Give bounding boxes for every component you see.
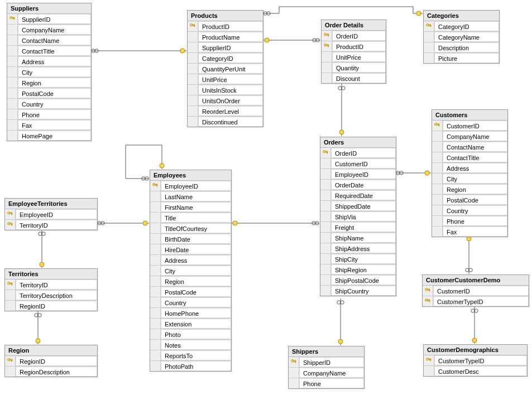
field-row[interactable]: OrderID [320,148,396,158]
field-row[interactable]: PostalCode [7,88,91,99]
entity-employeeTerritories[interactable]: EmployeeTerritoriesEmployeeIDTerritoryID [4,198,98,230]
entity-region[interactable]: RegionRegionIDRegionDescription [4,345,98,377]
field-row[interactable]: Description [424,42,499,53]
field-row[interactable]: Country [432,205,507,216]
field-row[interactable]: ShipVia [320,211,396,222]
field-row[interactable]: Phone [7,109,91,120]
field-row[interactable]: RequiredDate [320,190,396,201]
field-row[interactable]: Extension [150,319,231,329]
field-row[interactable]: Freight [320,222,396,233]
field-row[interactable]: ShipRegion [320,264,396,275]
field-row[interactable]: Picture [424,53,499,63]
field-row[interactable]: RegionDescription [5,367,97,377]
field-row[interactable]: SupplierID [7,14,91,25]
field-row[interactable]: City [432,174,507,184]
entity-orderDetails[interactable]: Order DetailsOrderIDProductIDUnitPriceQu… [321,20,386,84]
field-row[interactable]: OrderID [322,31,386,41]
field-row[interactable]: CustomerDesc [424,366,527,376]
field-row[interactable]: CustomerID [423,286,529,296]
field-row[interactable]: Photo [150,329,231,340]
entity-customers[interactable]: CustomersCustomerIDCompanyNameContactNam… [432,109,508,237]
field-row[interactable]: ShippedDate [320,201,396,211]
entity-title[interactable]: Territories [5,269,97,280]
field-row[interactable]: CompanyName [7,25,91,35]
field-row[interactable]: Address [150,255,231,266]
field-row[interactable]: ShipperID [289,357,364,368]
field-row[interactable]: EmployeeID [150,181,231,191]
entity-title[interactable]: Products [188,11,263,21]
field-row[interactable]: LastName [150,191,231,202]
field-row[interactable]: RegionID [5,356,97,367]
field-row[interactable]: ContactTitle [432,152,507,163]
field-row[interactable]: ShipPostalCode [320,275,396,286]
field-row[interactable]: City [7,67,91,78]
field-row[interactable]: ReorderLevel [188,106,263,117]
field-row[interactable]: Title [150,213,231,223]
entity-title[interactable]: Customers [432,110,507,121]
field-row[interactable]: UnitPrice [188,74,263,85]
field-row[interactable]: ContactName [7,35,91,46]
field-row[interactable]: UnitsInStock [188,85,263,95]
entity-title[interactable]: Suppliers [7,3,91,14]
entity-employees[interactable]: EmployeesEmployeeIDLastNameFirstNameTitl… [150,170,232,372]
field-row[interactable]: HomePage [7,131,91,141]
entity-title[interactable]: Orders [320,137,396,148]
field-row[interactable]: Discontinued [188,117,263,127]
field-row[interactable]: CustomerID [320,158,396,169]
entity-suppliers[interactable]: SuppliersSupplierIDCompanyNameContactNam… [7,3,92,141]
entity-shippers[interactable]: ShippersShipperIDCompanyNamePhone [288,346,365,389]
field-row[interactable]: FirstName [150,202,231,213]
field-row[interactable]: Region [432,184,507,195]
field-row[interactable]: SupplierID [188,42,263,53]
field-row[interactable]: Address [7,56,91,67]
field-row[interactable]: CustomerTypeID [424,355,527,366]
field-row[interactable]: PhotoPath [150,361,231,371]
field-row[interactable]: ShipCountry [320,286,396,296]
field-row[interactable]: City [150,266,231,276]
entity-products[interactable]: ProductsProductIDProductNameSupplierIDCa… [187,10,263,127]
field-row[interactable]: Fax [7,120,91,131]
field-row[interactable]: ProductName [188,32,263,42]
field-row[interactable]: CompanyName [289,368,364,378]
field-row[interactable]: Fax [432,227,507,237]
field-row[interactable]: RegionID [5,301,97,311]
entity-customerDemographics[interactable]: CustomerDemographicsCustomerTypeIDCustom… [423,344,528,377]
field-row[interactable]: CategoryID [424,21,499,32]
field-row[interactable]: Phone [289,378,364,388]
field-row[interactable]: Country [150,297,231,308]
field-row[interactable]: Region [7,78,91,88]
field-row[interactable]: TitleOfCourtesy [150,223,231,234]
field-row[interactable]: ShipAddress [320,243,396,254]
entity-title[interactable]: CustomerCustomerDemo [423,275,529,286]
field-row[interactable]: ShipName [320,233,396,243]
entity-territories[interactable]: TerritoriesTerritoryIDTerritoryDescripti… [4,268,98,311]
field-row[interactable]: ShipCity [320,254,396,264]
field-row[interactable]: ProductID [188,21,263,32]
field-row[interactable]: ContactName [432,142,507,152]
field-row[interactable]: CustomerID [432,121,507,131]
entity-title[interactable]: CustomerDemographics [424,345,527,355]
entity-title[interactable]: Shippers [289,346,364,357]
entity-title[interactable]: EmployeeTerritories [5,199,97,209]
field-row[interactable]: TerritoryID [5,220,97,230]
field-row[interactable]: EmployeeID [320,169,396,180]
field-row[interactable]: TerritoryDescription [5,290,97,301]
entity-categories[interactable]: CategoriesCategoryIDCategoryNameDescript… [423,10,500,64]
field-row[interactable]: UnitPrice [322,52,386,62]
field-row[interactable]: QuantityPerUnit [188,64,263,74]
field-row[interactable]: CategoryID [188,53,263,64]
field-row[interactable]: Phone [432,216,507,227]
field-row[interactable]: Region [150,276,231,287]
field-row[interactable]: BirthDate [150,234,231,244]
field-row[interactable]: UnitsOnOrder [188,95,263,106]
entity-title[interactable]: Region [5,345,97,356]
field-row[interactable]: HireDate [150,244,231,255]
field-row[interactable]: Address [432,163,507,174]
field-row[interactable]: CompanyName [432,131,507,142]
field-row[interactable]: Quantity [322,62,386,73]
field-row[interactable]: PostalCode [432,195,507,205]
field-row[interactable]: Country [7,99,91,109]
entity-customerCustomerDemo[interactable]: CustomerCustomerDemoCustomerIDCustomerTy… [422,274,529,307]
entity-title[interactable]: Categories [424,11,499,21]
field-row[interactable]: CategoryName [424,32,499,42]
